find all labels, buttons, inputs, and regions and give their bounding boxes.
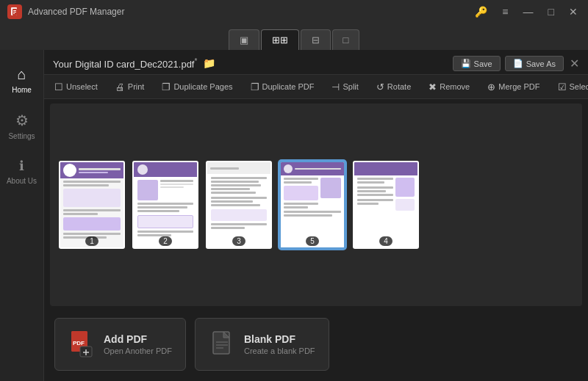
main-layout: ⌂ Home ⚙ Settings ℹ About Us Your Digita… — [0, 50, 588, 381]
add-pdf-text: Add PDF Open Another PDF — [104, 333, 172, 355]
tab-1[interactable]: ▣ — [229, 29, 259, 50]
remove-icon: ✖ — [429, 81, 437, 92]
page-num-4: 5 — [306, 236, 319, 246]
page-inner-5 — [353, 161, 419, 249]
pages-area: 1 — [50, 104, 582, 306]
save-button[interactable]: 💾 Save — [453, 56, 501, 71]
add-pdf-title: Add PDF — [104, 333, 172, 345]
file-name-row: Your Digital ID card_Dec2021.pdf* 📁 — [53, 57, 215, 70]
duplicate-pages-button[interactable]: ❐ Duplicate Pages — [156, 79, 238, 95]
page-num-5: 4 — [379, 236, 392, 246]
close-file-button[interactable]: ✕ — [570, 57, 579, 70]
tab-1-icon: ▣ — [240, 35, 248, 46]
menu-button[interactable]: ≡ — [499, 4, 511, 19]
blank-pdf-text: Blank PDF Create a blank PDF — [244, 333, 315, 355]
page-inner-4 — [279, 161, 345, 249]
duplicate-pdf-icon: ❐ — [251, 81, 259, 92]
rotate-icon: ↺ — [376, 81, 384, 92]
sidebar: ⌂ Home ⚙ Settings ℹ About Us — [0, 50, 44, 381]
split-button[interactable]: ⊣ Split — [326, 79, 364, 95]
mini-page-5 — [354, 162, 417, 247]
blank-pdf-subtitle: Create a blank PDF — [244, 346, 315, 355]
mini-page-3 — [207, 162, 270, 247]
toolbar: ☐ Unselect 🖨 Print ❐ Duplicate Pages ❐ D… — [44, 74, 588, 99]
add-pdf-card[interactable]: PDF Add PDF Open Another PDF — [54, 318, 186, 371]
select-all-icon: ☑ — [558, 81, 567, 92]
remove-button[interactable]: ✖ Remove — [423, 79, 476, 95]
tab-4[interactable]: □ — [332, 29, 360, 50]
page-thumb-1[interactable]: 1 — [59, 161, 125, 249]
save-as-button[interactable]: 📄 Save As — [505, 56, 564, 71]
sidebar-label-about: About Us — [7, 177, 37, 185]
minimize-button[interactable]: — — [520, 4, 537, 19]
home-icon: ⌂ — [17, 66, 26, 83]
settings-icon: ⚙ — [15, 112, 29, 129]
file-actions: 💾 Save 📄 Save As ✕ — [453, 56, 579, 71]
content-area: Your Digital ID card_Dec2021.pdf* 📁 💾 Sa… — [44, 50, 588, 381]
bottom-actions: PDF Add PDF Open Another PDF — [44, 311, 588, 381]
mini-page-4 — [281, 162, 344, 247]
file-header: Your Digital ID card_Dec2021.pdf* 📁 💾 Sa… — [44, 50, 588, 74]
tab-3[interactable]: ⊟ — [301, 29, 331, 50]
page-thumb-2[interactable]: 2 — [132, 161, 198, 249]
title-bar-left: Advanced PDF Manager — [7, 4, 124, 19]
sidebar-label-home: Home — [12, 86, 32, 94]
title-bar-controls: 🔑 ≡ — □ ✕ — [472, 4, 581, 19]
svg-text:PDF: PDF — [73, 340, 85, 346]
file-name: Your Digital ID card_Dec2021.pdf* — [53, 57, 197, 70]
merge-icon: ⊕ — [487, 81, 495, 92]
merge-pdf-button[interactable]: ⊕ Merge PDF — [481, 79, 545, 95]
svg-rect-4 — [13, 13, 15, 14]
print-button[interactable]: 🖨 Print — [110, 79, 151, 95]
save-as-icon: 📄 — [513, 59, 523, 68]
blank-pdf-title: Blank PDF — [244, 333, 315, 345]
page-inner-2 — [132, 161, 198, 249]
split-icon: ⊣ — [331, 81, 340, 92]
duplicate-pages-icon: ❐ — [162, 81, 171, 92]
duplicate-pdf-button[interactable]: ❐ Duplicate PDF — [245, 79, 320, 95]
svg-rect-2 — [13, 10, 16, 11]
page-thumb-5[interactable]: 4 — [353, 161, 419, 249]
mini-page-2 — [134, 162, 197, 247]
blank-pdf-icon — [209, 329, 235, 360]
sidebar-label-settings: Settings — [8, 132, 35, 140]
blank-pdf-card[interactable]: Blank PDF Create a blank PDF — [195, 318, 329, 371]
print-icon: 🖨 — [115, 81, 125, 92]
mini-page-1 — [60, 162, 123, 247]
tab-row: ▣ ⊞⊞ ⊟ □ — [0, 23, 588, 50]
page-inner-1 — [59, 161, 125, 249]
unselect-icon: ☐ — [54, 81, 63, 92]
page-num-2: 2 — [159, 236, 172, 246]
page-num-3: 3 — [232, 236, 245, 246]
add-pdf-icon: PDF — [68, 329, 95, 360]
tab-4-icon: □ — [343, 35, 349, 46]
select-all-button[interactable]: ☑ Select All — [552, 79, 589, 95]
add-pdf-subtitle: Open Another PDF — [104, 346, 172, 355]
page-thumb-4[interactable]: 5 — [279, 161, 345, 249]
sidebar-item-home[interactable]: ⌂ Home — [0, 57, 43, 103]
maximize-button[interactable]: □ — [545, 4, 557, 19]
save-icon: 💾 — [461, 59, 471, 68]
info-icon: ℹ — [19, 158, 24, 174]
page-num-1: 1 — [85, 236, 98, 246]
pin-button[interactable]: 🔑 — [472, 4, 490, 19]
tab-3-icon: ⊟ — [312, 35, 320, 46]
tab-2-icon: ⊞⊞ — [272, 35, 288, 46]
sidebar-item-settings[interactable]: ⚙ Settings — [0, 103, 43, 149]
svg-rect-3 — [13, 12, 16, 12]
folder-icon[interactable]: 📁 — [203, 57, 215, 69]
app-title: Advanced PDF Manager — [28, 7, 124, 17]
close-button[interactable]: ✕ — [566, 4, 581, 19]
unselect-button[interactable]: ☐ Unselect — [49, 79, 104, 95]
tab-2[interactable]: ⊞⊞ — [261, 29, 299, 50]
app-icon — [7, 4, 22, 19]
sidebar-item-about[interactable]: ℹ About Us — [0, 149, 43, 194]
title-bar: Advanced PDF Manager 🔑 ≡ — □ ✕ — [0, 0, 588, 23]
page-thumb-3[interactable]: 3 — [206, 161, 272, 249]
page-inner-3 — [206, 161, 272, 249]
rotate-button[interactable]: ↺ Rotate — [370, 79, 417, 95]
